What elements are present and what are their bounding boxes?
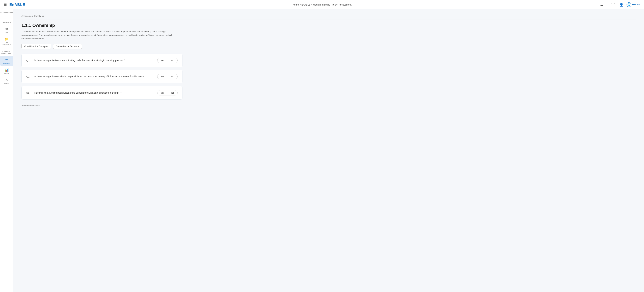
recommendations-divider	[22, 108, 636, 108]
sub-indicator-guidance-button[interactable]: Sub-Indicator Guidance	[53, 44, 82, 49]
sidebar-item-home[interactable]: ⌂ Assessments	[0, 15, 13, 25]
home-icon: ⌂	[6, 17, 8, 21]
main-layout: ASSESSMENTS ⌂ Assessments ⊕ New 📁 My Ass…	[0, 9, 644, 292]
no-button-q2[interactable]: No	[168, 74, 178, 79]
folder-icon: 📁	[4, 37, 9, 41]
yes-no-group-q3: Yes No	[157, 90, 178, 95]
sidebar-item-analysis[interactable]: 📊 Analysis	[0, 66, 13, 76]
logo: EnABLE	[10, 2, 25, 7]
question-text-q3: Has sufficient funding been allocated to…	[34, 91, 122, 95]
sidebar-item-new[interactable]: ⊕ New	[0, 25, 13, 35]
hamburger-icon[interactable]: ☰	[4, 3, 7, 6]
indicator-title: 1.1.1 Ownership	[22, 23, 636, 28]
chart-icon: 📊	[4, 68, 9, 72]
yes-no-group-q1: Yes No	[157, 58, 178, 63]
unops-label: UNOPS	[632, 3, 640, 6]
header-left: ☰ EnABLE	[4, 2, 25, 7]
breadcrumb: Home > EnABLE > Medjerda Bridge Project …	[292, 3, 352, 6]
sidebar-item-my-assessments-label: My Assessments	[1, 42, 12, 45]
question-number-q2: Q2	[26, 75, 31, 78]
action-buttons: Good Practice Examples Sub-Indicator Gui…	[22, 44, 636, 49]
recommendations-label: Recommendations	[22, 104, 636, 107]
sidebar-item-details[interactable]: ⚠ Details	[0, 76, 13, 86]
pencil-icon: ✏	[5, 58, 8, 62]
sidebar: ASSESSMENTS ⌂ Assessments ⊕ New 📁 My Ass…	[0, 9, 14, 292]
sidebar-item-details-label: Details	[4, 83, 9, 85]
sidebar-item-questions-label: Questions	[3, 62, 10, 64]
sidebar-item-new-label: New	[5, 31, 8, 33]
warning-icon: ⚠	[5, 78, 8, 82]
no-button-q3[interactable]: No	[168, 90, 178, 95]
yes-button-q3[interactable]: Yes	[158, 90, 168, 95]
question-number-q3: Q3	[26, 92, 31, 94]
question-number-q1: Q1	[26, 59, 31, 62]
indicator-description: This sub-indicator is used to understand…	[22, 30, 172, 40]
current-assessment-label: CURRENT ASSESSMENT	[0, 51, 13, 55]
question-card-q3: Q3 Has sufficient funding been allocated…	[22, 86, 182, 100]
unops-globe-icon: 🌐	[626, 2, 631, 7]
yes-no-group-q2: Yes No	[157, 74, 178, 79]
question-card-q2: Q2 Is there an organisation who is respo…	[22, 70, 182, 83]
sidebar-item-my-assessments[interactable]: 📁 My Assessments	[0, 35, 13, 47]
question-card-q1: Q1 Is there an organisation or coordinat…	[22, 54, 182, 67]
section-divider-top	[22, 19, 636, 19]
question-left-q3: Q3 Has sufficient funding been allocated…	[26, 91, 122, 95]
question-left-q2: Q2 Is there an organisation who is respo…	[26, 75, 146, 78]
assessments-section-label: ASSESSMENTS	[0, 12, 13, 14]
yes-button-q1[interactable]: Yes	[158, 58, 168, 63]
header: ☰ EnABLE Home > EnABLE > Medjerda Bridge…	[0, 0, 644, 9]
sidebar-item-analysis-label: Analysis	[4, 72, 10, 74]
grid-icon[interactable]: ⋮⋮⋮	[606, 3, 616, 7]
good-practice-button[interactable]: Good Practice Examples	[22, 44, 51, 49]
cloud-icon[interactable]: ☁	[600, 3, 603, 7]
unops-logo: 🌐 UNOPS	[626, 2, 640, 7]
question-left-q1: Q1 Is there an organisation or coordinat…	[26, 59, 125, 62]
content-area: Assessment Questions 1.1.1 Ownership Thi…	[14, 9, 644, 292]
no-button-q1[interactable]: No	[168, 58, 178, 63]
question-text-q2: Is there an organisation who is responsi…	[34, 75, 146, 78]
questions-container: Q1 Is there an organisation or coordinat…	[22, 54, 182, 100]
sidebar-divider	[3, 49, 10, 49]
new-icon: ⊕	[5, 27, 8, 31]
sidebar-item-questions[interactable]: ✏ Questions	[0, 56, 13, 66]
header-right: ☁ ⋮⋮⋮ 👤 🌐 UNOPS	[600, 2, 640, 7]
sidebar-item-home-label: Assessments	[2, 21, 11, 23]
question-text-q1: Is there an organisation or coordinating…	[34, 59, 125, 62]
yes-button-q2[interactable]: Yes	[158, 74, 168, 79]
user-icon[interactable]: 👤	[619, 3, 624, 7]
section-label: Assessment Questions	[22, 15, 636, 17]
